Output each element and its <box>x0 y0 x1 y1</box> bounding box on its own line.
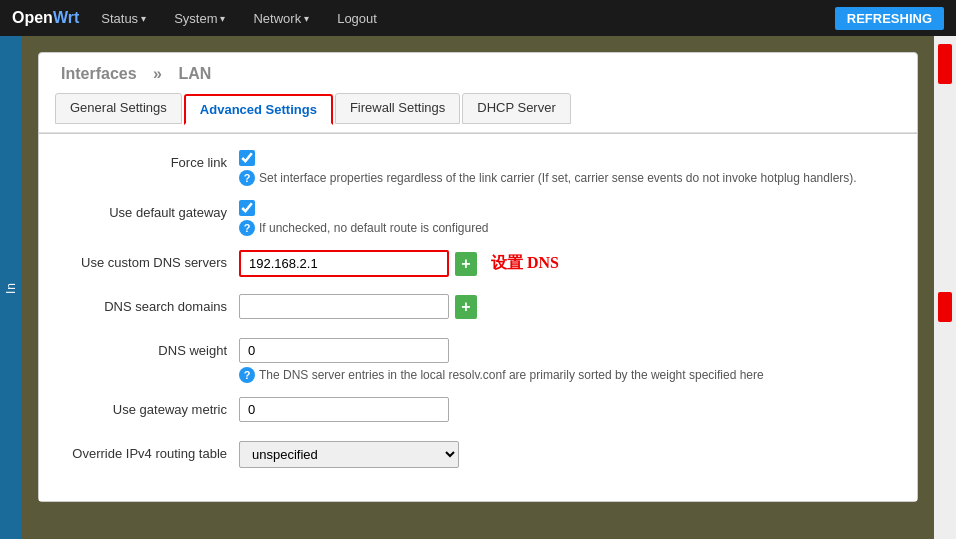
dns-search-domains-label: DNS search domains <box>59 294 239 314</box>
left-bar: In <box>0 36 22 539</box>
tab-general-settings[interactable]: General Settings <box>55 93 182 124</box>
right-scrollbar <box>934 36 956 539</box>
gateway-metric-row: Use gateway metric <box>59 397 897 427</box>
dns-weight-input[interactable] <box>239 338 449 363</box>
force-link-row: Force link ? Set interface properties re… <box>59 150 897 186</box>
content-area: 换腾魔客 Interfaces » LAN General Settings A… <box>22 36 934 539</box>
network-dropdown-arrow: ▾ <box>304 13 309 24</box>
nav-status[interactable]: Status ▾ <box>95 11 152 26</box>
default-gateway-help: ? If unchecked, no default route is conf… <box>239 220 897 236</box>
status-dropdown-arrow: ▾ <box>141 13 146 24</box>
dns-weight-control: ? The DNS server entries in the local re… <box>239 338 897 383</box>
system-dropdown-arrow: ▾ <box>220 13 225 24</box>
dns-weight-help-icon: ? <box>239 367 255 383</box>
refreshing-button[interactable]: REFRESHING <box>835 7 944 30</box>
ipv4-routing-control: unspecified <box>239 441 897 468</box>
tab-advanced-settings[interactable]: Advanced Settings <box>184 94 333 125</box>
navbar: OpenWrt Status ▾ System ▾ Network ▾ Logo… <box>0 0 956 36</box>
default-gateway-checkbox-row <box>239 200 897 216</box>
gateway-metric-control <box>239 397 897 422</box>
dns-annotation: 设置 DNS <box>491 253 559 274</box>
ipv4-routing-select[interactable]: unspecified <box>239 441 459 468</box>
dns-search-domains-row: DNS search domains + <box>59 294 897 324</box>
dns-servers-label: Use custom DNS servers <box>59 250 239 270</box>
brand: OpenWrt <box>12 9 79 27</box>
nav-logout[interactable]: Logout <box>331 11 383 26</box>
default-gateway-checkbox[interactable] <box>239 200 255 216</box>
gateway-metric-input[interactable] <box>239 397 449 422</box>
dns-servers-input-row: + 设置 DNS <box>239 250 897 277</box>
default-gateway-help-icon: ? <box>239 220 255 236</box>
gateway-metric-input-row <box>239 397 897 422</box>
dns-search-domains-add-button[interactable]: + <box>455 295 477 319</box>
force-link-help-icon: ? <box>239 170 255 186</box>
card-body: Force link ? Set interface properties re… <box>39 133 917 501</box>
tab-firewall-settings[interactable]: Firewall Settings <box>335 93 460 124</box>
dns-servers-add-button[interactable]: + <box>455 252 477 276</box>
gateway-metric-label: Use gateway metric <box>59 397 239 417</box>
scrollbar-thumb-bottom[interactable] <box>938 292 952 322</box>
left-bar-text: In <box>4 281 18 293</box>
ipv4-routing-row: Override IPv4 routing table unspecified <box>59 441 897 471</box>
force-link-checkbox[interactable] <box>239 150 255 166</box>
force-link-help: ? Set interface properties regardless of… <box>239 170 897 186</box>
navbar-right: REFRESHING <box>835 7 944 30</box>
default-gateway-row: Use default gateway ? If unchecked, no d… <box>59 200 897 236</box>
force-link-checkbox-row <box>239 150 897 166</box>
default-gateway-control: ? If unchecked, no default route is conf… <box>239 200 897 236</box>
tabs: General Settings Advanced Settings Firew… <box>55 93 901 124</box>
dns-weight-input-row <box>239 338 897 363</box>
dns-search-domains-input-row: + <box>239 294 897 319</box>
force-link-control: ? Set interface properties regardless of… <box>239 150 897 186</box>
dns-weight-label: DNS weight <box>59 338 239 358</box>
card-header: Interfaces » LAN General Settings Advanc… <box>39 53 917 133</box>
nav-system[interactable]: System ▾ <box>168 11 231 26</box>
dns-weight-row: DNS weight ? The DNS server entries in t… <box>59 338 897 383</box>
dns-servers-row: Use custom DNS servers + 设置 DNS <box>59 250 897 280</box>
main-wrapper: In 换腾魔客 Interfaces » LAN General Setting… <box>0 36 956 539</box>
default-gateway-label: Use default gateway <box>59 200 239 220</box>
nav-network[interactable]: Network ▾ <box>247 11 315 26</box>
dns-search-domains-input[interactable] <box>239 294 449 319</box>
dns-servers-control: + 设置 DNS <box>239 250 897 277</box>
dns-servers-input[interactable] <box>239 250 449 277</box>
scrollbar-thumb-top[interactable] <box>938 44 952 84</box>
tab-dhcp-server[interactable]: DHCP Server <box>462 93 571 124</box>
force-link-label: Force link <box>59 150 239 170</box>
card-title: Interfaces » LAN <box>55 65 901 83</box>
ipv4-routing-label: Override IPv4 routing table <box>59 441 239 461</box>
dns-search-domains-control: + <box>239 294 897 319</box>
dns-weight-help: ? The DNS server entries in the local re… <box>239 367 897 383</box>
ipv4-routing-select-row: unspecified <box>239 441 897 468</box>
interfaces-card: Interfaces » LAN General Settings Advanc… <box>38 52 918 502</box>
